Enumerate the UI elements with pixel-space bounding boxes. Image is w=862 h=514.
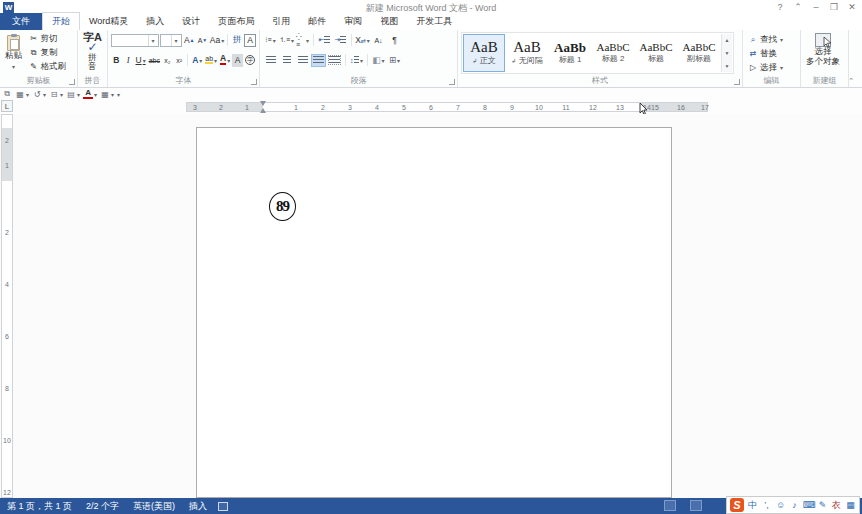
font-name-combo[interactable]: ▾ bbox=[111, 34, 159, 47]
style-normal[interactable]: AaB ↲ 正文 bbox=[463, 34, 505, 72]
tab-selector[interactable]: L bbox=[1, 100, 13, 112]
sogou-logo-icon[interactable]: S bbox=[730, 498, 744, 512]
font-size-combo[interactable]: ▾ bbox=[160, 34, 182, 47]
distribute-button[interactable] bbox=[327, 54, 342, 67]
increase-indent-button[interactable]: ⇥ bbox=[333, 34, 348, 47]
tab-references[interactable]: 引用 bbox=[263, 13, 299, 30]
font-color-button[interactable]: A bbox=[219, 54, 231, 67]
strikethrough-button[interactable]: abc bbox=[148, 54, 161, 67]
language-indicator[interactable]: 英语(美国) bbox=[126, 500, 182, 513]
font-dialog-launcher[interactable] bbox=[251, 79, 257, 85]
find-button[interactable]: ⌕查找 bbox=[746, 33, 785, 46]
tab-mailings[interactable]: 邮件 bbox=[299, 13, 335, 30]
minimize-button[interactable]: – bbox=[808, 1, 824, 13]
select-multiple-objects-button[interactable]: 选择 多个对象 bbox=[804, 32, 842, 76]
show-hide-marks-button[interactable]: ¶ bbox=[387, 34, 402, 47]
style-title[interactable]: AaBbC 标题 bbox=[635, 34, 677, 72]
tab-view[interactable]: 视图 bbox=[371, 13, 407, 30]
tab-review[interactable]: 审阅 bbox=[335, 13, 371, 30]
style-subtitle[interactable]: AaBbC 副标题 bbox=[678, 34, 720, 72]
switch-windows-button[interactable]: ⧉ bbox=[2, 89, 12, 99]
asian-layout-button[interactable]: X⇄ bbox=[355, 34, 370, 47]
close-button[interactable]: ✕ bbox=[844, 1, 860, 13]
format-painter-button[interactable]: ✎格式刷 bbox=[27, 60, 69, 73]
new-document-button[interactable]: ▤ bbox=[66, 90, 80, 99]
ime-handwriting-icon[interactable]: ✎ bbox=[817, 500, 828, 510]
enclosed-character[interactable]: 89 bbox=[269, 192, 296, 221]
shrink-font-button[interactable]: A▼ bbox=[197, 34, 209, 47]
ime-chinese-mode-icon[interactable]: 中 bbox=[747, 499, 758, 512]
vertical-scrollbar[interactable]: ▲ bbox=[849, 114, 862, 498]
bullets-button[interactable]: ⁝≡ bbox=[263, 34, 278, 47]
pinyin-button[interactable]: 字A ✓ 拼 音 bbox=[81, 32, 104, 76]
print-layout-icon[interactable] bbox=[690, 500, 702, 511]
change-case-button[interactable]: Aa bbox=[209, 34, 224, 47]
tab-word-elf[interactable]: Word精灵 bbox=[80, 13, 137, 30]
paragraph-dialog-launcher[interactable] bbox=[449, 79, 455, 85]
styles-scroll-up-icon[interactable]: ▲ bbox=[722, 34, 732, 47]
macro-record-icon[interactable] bbox=[218, 502, 228, 511]
ime-punctuation-icon[interactable]: ’, bbox=[761, 500, 772, 510]
document-page[interactable]: 89 bbox=[196, 127, 672, 498]
italic-button[interactable]: I bbox=[123, 54, 134, 67]
more-commands-button[interactable] bbox=[117, 90, 120, 99]
style-heading-2[interactable]: AaBbC 标题 2 bbox=[592, 34, 634, 72]
character-border-button[interactable]: A bbox=[244, 34, 256, 47]
horizontal-ruler[interactable]: 3 2 1 1 2 3 4 5 6 7 8 9 10 11 12 13 14 1… bbox=[186, 102, 708, 112]
read-mode-icon[interactable] bbox=[664, 500, 676, 511]
ime-toolbox-icon[interactable]: ▦ bbox=[845, 500, 856, 510]
quick-font-color-button[interactable]: A bbox=[83, 89, 97, 98]
styles-scroll-down-icon[interactable]: ▼ bbox=[722, 47, 732, 60]
paste-special-button[interactable]: ⊟ bbox=[49, 90, 63, 99]
character-shading-button[interactable]: A bbox=[232, 54, 243, 67]
tab-page-layout[interactable]: 页面布局 bbox=[209, 13, 263, 30]
hanging-indent-marker[interactable] bbox=[260, 105, 266, 113]
ime-mic-icon[interactable]: ♪ bbox=[789, 500, 800, 510]
ime-skin-icon[interactable]: 衣 bbox=[831, 499, 842, 512]
borders-button[interactable]: ⊞ bbox=[387, 54, 402, 67]
shading-button[interactable]: ◧ bbox=[371, 54, 386, 67]
paste-button[interactable]: 粘贴 bbox=[3, 32, 24, 76]
tab-file[interactable]: 文件 bbox=[0, 13, 42, 30]
quick-borders-button[interactable]: ▦ bbox=[100, 90, 114, 99]
style-no-spacing[interactable]: AaB ↲ 无间隔 bbox=[506, 34, 548, 72]
restore-button[interactable]: ❐ bbox=[826, 1, 842, 13]
tab-design[interactable]: 设计 bbox=[173, 13, 209, 30]
undo-button[interactable]: ↺ bbox=[32, 90, 46, 99]
ime-keyboard-icon[interactable]: ⌨ bbox=[803, 500, 814, 510]
word-count[interactable]: 2/2 个字 bbox=[79, 500, 126, 513]
table-grid-button[interactable]: ▦ bbox=[15, 90, 29, 99]
phonetic-guide-button[interactable]: 拼 bbox=[231, 34, 243, 47]
style-heading-1[interactable]: AaBb 标题 1 bbox=[549, 34, 591, 72]
clipboard-dialog-launcher[interactable] bbox=[69, 79, 75, 85]
justify-button[interactable] bbox=[311, 54, 326, 67]
tab-home[interactable]: 开始 bbox=[42, 12, 80, 30]
tab-developer[interactable]: 开发工具 bbox=[407, 13, 461, 30]
tab-insert[interactable]: 插入 bbox=[137, 13, 173, 30]
vertical-ruler[interactable]: 2 1 2 4 6 8 10 12 bbox=[1, 114, 13, 498]
enclose-characters-button[interactable]: 字 bbox=[244, 54, 256, 67]
decrease-indent-button[interactable]: ⇤ bbox=[317, 34, 332, 47]
page-indicator[interactable]: 第 1 页，共 1 页 bbox=[0, 500, 79, 513]
help-button[interactable]: ? bbox=[772, 1, 788, 13]
sort-button[interactable]: A↓ bbox=[371, 34, 386, 47]
cut-button[interactable]: ✂剪切 bbox=[27, 32, 69, 45]
line-spacing-button[interactable]: ↕ bbox=[349, 54, 364, 67]
underline-button[interactable]: U bbox=[135, 54, 147, 67]
styles-more-icon[interactable]: ▼ bbox=[722, 59, 732, 72]
align-left-button[interactable] bbox=[263, 54, 278, 67]
styles-dialog-launcher[interactable] bbox=[734, 79, 740, 85]
text-effects-button[interactable]: A bbox=[191, 54, 203, 67]
numbering-button[interactable]: ⒈≡ bbox=[279, 34, 294, 47]
insert-mode-indicator[interactable]: 插入 bbox=[182, 500, 214, 513]
select-button[interactable]: ▷选择 bbox=[746, 61, 785, 74]
bold-button[interactable]: B bbox=[111, 54, 122, 67]
collapse-ribbon-icon[interactable]: ⌃ bbox=[848, 77, 854, 85]
subscript-button[interactable]: x₂ bbox=[162, 54, 173, 67]
superscript-button[interactable]: x² bbox=[174, 54, 185, 67]
replace-button[interactable]: ⇄替换 bbox=[746, 47, 785, 60]
grow-font-button[interactable]: A▲ bbox=[183, 34, 196, 47]
align-center-button[interactable] bbox=[279, 54, 294, 67]
ime-emoji-icon[interactable]: ☺ bbox=[775, 500, 786, 510]
copy-button[interactable]: ⧉复制 bbox=[27, 46, 69, 59]
